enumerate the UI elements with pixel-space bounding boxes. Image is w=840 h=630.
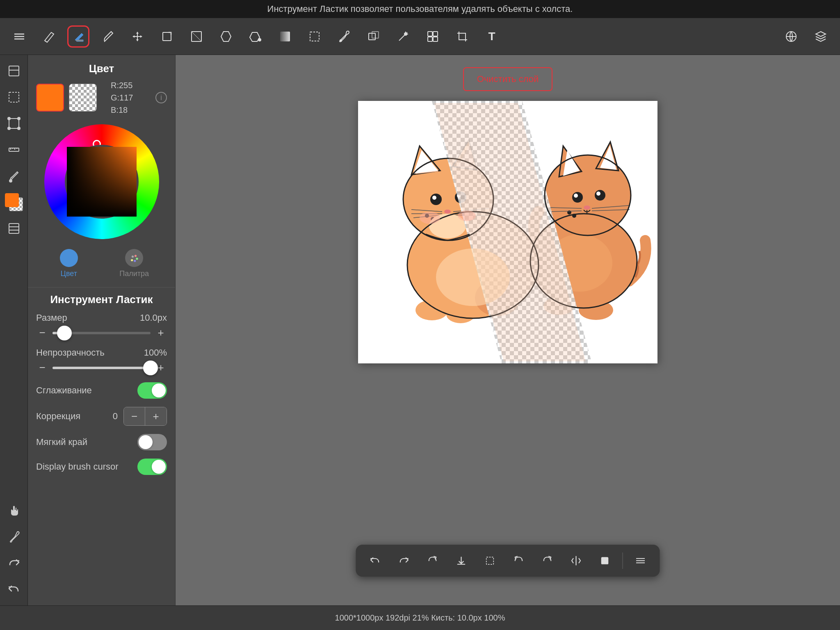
layer-icon-bottom[interactable]	[594, 550, 616, 572]
svg-line-15	[406, 32, 407, 33]
size-decrease-btn[interactable]: −	[36, 326, 48, 339]
size-increase-btn[interactable]: +	[155, 326, 167, 339]
color-info-button[interactable]: i	[155, 92, 167, 103]
svg-point-99	[420, 212, 440, 224]
layer-group-tool[interactable]	[422, 25, 444, 48]
tab-color[interactable]: Цвет	[36, 246, 102, 281]
undo-btn[interactable]	[364, 550, 386, 572]
correction-value: 0	[113, 411, 118, 422]
soft-edge-toggle[interactable]	[137, 434, 167, 450]
opacity-slider-row: Непрозрачность 100% − +	[36, 347, 167, 374]
secondary-color-swatch[interactable]	[69, 84, 97, 112]
correction-decrease-btn[interactable]: −	[124, 407, 145, 425]
left-sidebar	[0, 55, 28, 605]
ruler-icon[interactable]	[4, 139, 24, 160]
clear-layer-button[interactable]: Очистить слой	[463, 67, 553, 91]
correction-increase-btn[interactable]: +	[145, 407, 167, 425]
svg-rect-103	[486, 557, 494, 564]
svg-point-27	[18, 127, 20, 130]
opacity-slider-track[interactable]	[52, 367, 151, 369]
cat-drawing	[358, 101, 657, 363]
svg-rect-17	[433, 32, 438, 36]
sidebar-eyedropper-icon[interactable]	[4, 527, 24, 547]
smoothing-row: Сглаживание	[36, 382, 167, 399]
svg-point-39	[135, 255, 137, 257]
clone-tool[interactable]	[363, 25, 385, 48]
correction-row: Коррекция 0 − +	[36, 407, 167, 426]
sidebar-brush-icon[interactable]	[4, 166, 24, 186]
main-layout: Цвет R:255 G:117 B:18 i	[0, 55, 840, 605]
eyedropper-tool[interactable]	[333, 25, 355, 48]
color-tab-icon	[60, 249, 78, 267]
canvas-wrapper[interactable]	[358, 101, 657, 363]
warp-tool[interactable]	[185, 25, 208, 48]
smoothing-toggle-knob	[152, 383, 166, 397]
svg-point-24	[8, 117, 10, 120]
rotate-cw-icon[interactable]	[536, 550, 559, 572]
redo-btn[interactable]	[393, 550, 415, 572]
magic-wand-tool[interactable]	[392, 25, 414, 48]
canvas-icon[interactable]	[4, 61, 24, 81]
palette-tab-icon	[125, 249, 143, 267]
redo-icon[interactable]	[4, 553, 24, 573]
sidebar-transform-icon[interactable]	[4, 113, 24, 134]
color-picker-square[interactable]	[67, 147, 137, 217]
tool-settings-section: Инструмент Ластик Размер 10.0px − +	[28, 287, 175, 489]
svg-point-40	[136, 258, 138, 260]
pencil-tool[interactable]	[38, 25, 60, 48]
svg-rect-34	[9, 224, 19, 233]
svg-rect-104	[601, 557, 609, 564]
crop-tool[interactable]	[451, 25, 473, 48]
opacity-label: Непрозрачность	[36, 347, 105, 358]
fill-tool[interactable]	[215, 25, 237, 48]
smoothing-toggle[interactable]	[137, 382, 167, 399]
svg-point-9	[340, 40, 342, 41]
selection-rect-tool[interactable]	[304, 25, 326, 48]
brush-tool[interactable]	[97, 25, 119, 48]
undo-icon[interactable]	[4, 579, 24, 600]
gradient-tool[interactable]	[274, 25, 296, 48]
download-icon[interactable]	[450, 550, 472, 572]
hand-tool-icon[interactable]	[4, 500, 24, 521]
text-tool[interactable]: T	[481, 25, 503, 48]
color-swatches-row: R:255 G:117 B:18 i	[28, 79, 175, 120]
rotate-ccw-icon[interactable]	[508, 550, 530, 572]
size-value: 10.0px	[140, 313, 167, 323]
color-wheel[interactable]	[44, 124, 159, 239]
status-text: 1000*1000px 192dpi 21% Кисть: 10.0px 100…	[335, 613, 505, 623]
rgb-b: B:18	[111, 104, 133, 116]
svg-rect-19	[433, 37, 438, 41]
rotate-icon[interactable]	[422, 550, 444, 572]
size-slider-row: Размер 10.0px − +	[36, 313, 167, 339]
svg-point-33	[9, 180, 12, 182]
rgb-g: G:117	[111, 91, 133, 104]
main-toolbar: T	[0, 18, 840, 55]
paint-bucket-tool[interactable]	[244, 25, 267, 48]
svg-point-71	[415, 300, 448, 320]
soft-edge-row: Мягкий край	[36, 434, 167, 450]
menu-button[interactable]	[8, 25, 30, 48]
opacity-value: 100%	[144, 347, 167, 358]
svg-rect-22	[9, 92, 19, 102]
primary-color-swatch[interactable]	[36, 84, 64, 112]
svg-point-25	[18, 117, 20, 120]
svg-line-3	[45, 41, 47, 42]
move-tool[interactable]	[126, 25, 148, 48]
crop-icon-bottom[interactable]	[479, 550, 501, 572]
sidebar-layer-icon[interactable]	[4, 218, 24, 239]
menu-icon-bottom[interactable]	[630, 550, 652, 572]
selection-icon[interactable]	[4, 87, 24, 107]
tab-palette[interactable]: Палитра	[102, 246, 167, 281]
eraser-tool[interactable]	[67, 25, 89, 48]
opacity-decrease-btn[interactable]: −	[36, 361, 48, 374]
size-slider-track[interactable]	[52, 332, 151, 334]
display-cursor-toggle[interactable]	[137, 459, 167, 475]
globe-tool[interactable]	[780, 25, 802, 48]
color-tab-label: Цвет	[61, 269, 77, 278]
color-wheel-container[interactable]	[28, 120, 175, 246]
sidebar-color-swatch[interactable]	[4, 192, 24, 212]
transform-tool[interactable]	[156, 25, 178, 48]
layers-tool[interactable]	[810, 25, 832, 48]
flip-icon[interactable]	[565, 550, 587, 572]
tool-title: Инструмент Ластик	[36, 293, 167, 306]
